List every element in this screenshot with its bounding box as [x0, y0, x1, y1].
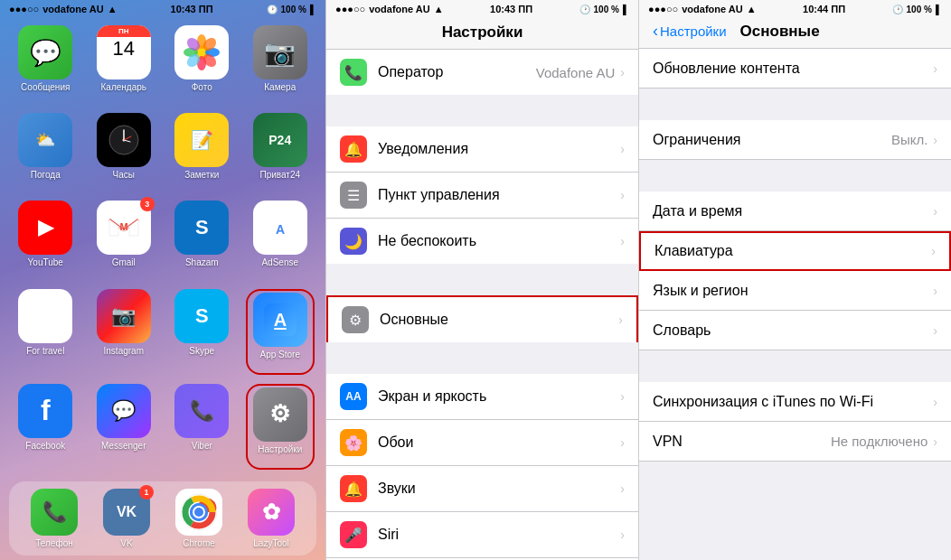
- settings-header: Настройки: [326, 18, 638, 50]
- settings-row-wallpaper[interactable]: 🌸 Обои ›: [326, 420, 638, 466]
- settings-row-dnd[interactable]: 🌙 Не беспокоить ›: [326, 219, 638, 264]
- adsense-icon: A A$: [253, 201, 307, 255]
- settings-icon: ⚙: [253, 387, 307, 442]
- settings-row-notifications[interactable]: 🔔 Уведомления ›: [326, 126, 638, 173]
- app-adsense[interactable]: A A$ AdSense: [246, 201, 315, 279]
- app-calendar[interactable]: ПН 14 Календарь: [89, 25, 159, 104]
- settings-list[interactable]: 📞 Оператор Vodafone AU › 🔔 Уведомления ›…: [326, 50, 638, 560]
- sep-2: [326, 264, 638, 295]
- settings-row-control[interactable]: ☰ Пункт управления ›: [326, 173, 638, 219]
- skype-icon: S: [174, 289, 229, 343]
- battery-2: 🕑 100 % ▌: [579, 5, 629, 14]
- app-gmail[interactable]: 3 M Gmail: [89, 201, 159, 279]
- app-clock[interactable]: Часы: [89, 113, 159, 191]
- settings-row-siri[interactable]: 🎤 Siri ›: [326, 512, 638, 558]
- settings-row-operator[interactable]: 📞 Оператор Vodafone AU ›: [326, 50, 638, 95]
- settings-row-sounds[interactable]: 🔔 Звуки ›: [326, 466, 638, 512]
- phone-dock-icon: 📞: [31, 489, 78, 536]
- calendar-label: Календарь: [101, 82, 146, 92]
- language-chevron: ›: [933, 284, 937, 298]
- settings-row-display[interactable]: AA Экран и яркость ›: [326, 374, 638, 420]
- gmail-badge: 3: [140, 197, 155, 211]
- general-group-3: Дата и время › Клавиатура › Язык и регио…: [639, 191, 951, 350]
- photos-label: Фото: [192, 82, 212, 92]
- general-row-vpn[interactable]: VPN Не подключено ›: [639, 422, 951, 462]
- app-skype[interactable]: S Skype: [167, 289, 237, 375]
- general-row-dictionary[interactable]: Словарь ›: [639, 311, 951, 350]
- app-vk[interactable]: 1 VK VK: [103, 489, 150, 548]
- app-appstore[interactable]: A App Store: [246, 289, 315, 375]
- carrier-1: ●●●○○ vodafone AU ▲: [9, 4, 118, 14]
- app-weather[interactable]: ⛅ Погода: [11, 113, 80, 191]
- app-privat24[interactable]: P24 Приват24: [246, 113, 315, 191]
- appstore-icon: A: [253, 293, 307, 347]
- app-settings[interactable]: ⚙ Настройки: [246, 384, 315, 470]
- instagram-icon: 📷: [97, 289, 151, 343]
- app-messages[interactable]: 💬 Сообщения: [11, 25, 80, 104]
- back-chevron-icon: ‹: [653, 22, 658, 41]
- general-row-keyboard[interactable]: Клавиатура ›: [639, 231, 951, 271]
- app-phone[interactable]: 📞 Телефон: [31, 489, 78, 548]
- general-title: Основные: [740, 23, 820, 41]
- app-youtube[interactable]: ▶ YouTube: [11, 201, 80, 279]
- notes-label: Заметки: [184, 170, 219, 180]
- back-label: Настройки: [660, 23, 727, 39]
- general-row-datetime[interactable]: Дата и время ›: [639, 191, 951, 231]
- settings-row-general[interactable]: ⚙ Основные ›: [326, 295, 638, 342]
- app-viber[interactable]: 📞 Viber: [167, 384, 237, 470]
- control-icon: ☰: [340, 182, 367, 209]
- dnd-icon: 🌙: [340, 228, 367, 255]
- svg-text:M: M: [119, 221, 127, 232]
- app-instagram[interactable]: 📷 Instagram: [89, 289, 159, 375]
- notifications-chevron: ›: [620, 142, 625, 156]
- svg-text:A$: A$: [272, 222, 288, 237]
- app-shazam[interactable]: S Shazam: [167, 201, 237, 279]
- itunes-chevron: ›: [933, 395, 937, 409]
- chrome-icon: [175, 489, 222, 536]
- carrier-2: ●●●○○ vodafone AU ▲: [335, 4, 444, 14]
- general-row-itunes[interactable]: Синхронизация с iTunes по Wi-Fi ›: [639, 382, 951, 422]
- calendar-icon: ПН 14: [97, 25, 151, 79]
- app-camera[interactable]: 📷 Камера: [246, 25, 315, 104]
- wallpaper-label: Обои: [378, 434, 620, 451]
- vpn-chevron: ›: [933, 434, 937, 449]
- general-row-restrictions[interactable]: Ограничения Выкл. ›: [639, 120, 951, 160]
- privat24-label: Приват24: [259, 170, 300, 180]
- datetime-chevron: ›: [933, 204, 937, 219]
- gen-sep-1: [639, 89, 951, 120]
- sep-3: [326, 342, 638, 374]
- dnd-label: Не беспокоить: [378, 233, 620, 249]
- settings-group-2: 🔔 Уведомления › ☰ Пункт управления › 🌙 Н…: [326, 126, 638, 264]
- instagram-label: Instagram: [104, 346, 144, 356]
- maps-label: For travel: [26, 346, 64, 356]
- gmail-label: Gmail: [112, 257, 136, 267]
- app-messenger[interactable]: 💬 Messenger: [89, 384, 159, 470]
- settings-group-1: 📞 Оператор Vodafone AU ›: [326, 50, 638, 95]
- app-photos[interactable]: Фото: [167, 25, 237, 104]
- svg-point-29: [194, 508, 203, 517]
- status-bar-3: ●●●○○ vodafone AU ▲ 10:44 ПП 🕑 100 % ▌: [639, 0, 951, 18]
- notifications-label: Уведомления: [378, 141, 620, 157]
- photos-icon: [174, 25, 229, 79]
- update-label: Обновление контента: [653, 61, 933, 77]
- messages-label: Сообщения: [21, 82, 70, 92]
- vpn-value: Не подключено: [831, 434, 927, 449]
- general-row-update[interactable]: Обновление контента ›: [639, 49, 951, 89]
- app-notes[interactable]: 📝 Заметки: [167, 113, 237, 191]
- battery-1: 🕑 100 % ▌: [267, 5, 316, 14]
- maps-icon: 🗺: [18, 289, 72, 343]
- notifications-icon: 🔔: [340, 135, 367, 163]
- weather-label: Погода: [31, 170, 61, 180]
- general-list[interactable]: Обновление контента › Ограничения Выкл. …: [639, 49, 951, 560]
- app-maps[interactable]: 🗺 For travel: [11, 289, 80, 375]
- messages-icon: 💬: [18, 25, 72, 79]
- back-button[interactable]: ‹ Настройки: [653, 22, 727, 41]
- general-row-language[interactable]: Язык и регион ›: [639, 271, 951, 311]
- camera-label: Камера: [264, 82, 296, 92]
- datetime-label: Дата и время: [653, 203, 933, 219]
- app-facebook[interactable]: f Facebook: [11, 384, 80, 470]
- app-chrome[interactable]: Chrome: [175, 489, 222, 548]
- status-bar-2: ●●●○○ vodafone AU ▲ 10:43 ПП 🕑 100 % ▌: [326, 0, 638, 18]
- app-lazytool[interactable]: ✿ LazyTool: [248, 489, 295, 548]
- operator-chevron: ›: [620, 65, 625, 79]
